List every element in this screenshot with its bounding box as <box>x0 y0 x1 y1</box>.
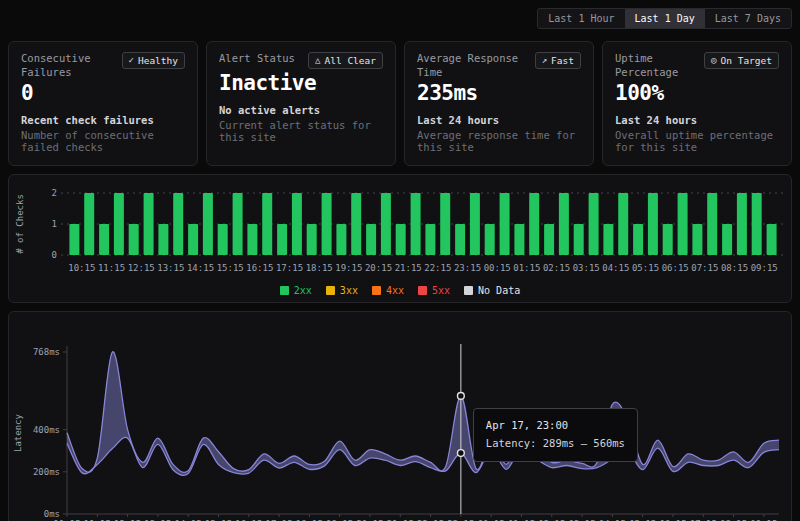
card-title: Average Response Time <box>417 52 531 79</box>
x-tick-label: 06:15 <box>662 263 689 273</box>
minmax-band[interactable] <box>67 352 779 476</box>
x-tick-label: 21:15 <box>395 263 422 273</box>
check-bar[interactable] <box>529 193 539 255</box>
check-bar[interactable] <box>411 193 421 255</box>
check-bar[interactable] <box>322 193 332 255</box>
check-bar[interactable] <box>767 224 777 255</box>
dashboard: Last 1 HourLast 1 DayLast 7 Days Consecu… <box>0 0 800 521</box>
card-consecutive-failures: Consecutive Failures ✓ Healthy 0 Recent … <box>8 41 198 166</box>
check-bar[interactable] <box>129 224 139 255</box>
check-bar[interactable] <box>99 224 109 255</box>
legend-label: 5xx <box>432 285 450 296</box>
x-tick-label: 04:15 <box>602 263 629 273</box>
check-bar[interactable] <box>203 193 213 255</box>
check-bar[interactable] <box>574 224 584 255</box>
check-bar[interactable] <box>500 193 510 255</box>
range-button-last-1-day[interactable]: Last 1 Day <box>625 9 705 28</box>
card-value: 235ms <box>417 81 581 105</box>
check-bar[interactable] <box>84 193 94 255</box>
check-bar[interactable] <box>158 224 168 255</box>
check-bar[interactable] <box>69 224 79 255</box>
latency-chart-svg[interactable]: 0ms200ms400ms768msLatency10:1511:1512:15… <box>9 318 791 521</box>
x-tick-label: 07:15 <box>691 263 718 273</box>
latency-chart[interactable]: 0ms200ms400ms768msLatency10:1511:1512:15… <box>9 318 791 521</box>
check-bar[interactable] <box>618 193 628 255</box>
check-bar[interactable] <box>218 224 228 255</box>
range-button-last-7-days[interactable]: Last 7 Days <box>705 9 791 28</box>
legend-item-4xx[interactable]: 4xx <box>372 285 404 296</box>
check-bar[interactable] <box>381 193 391 255</box>
bell-icon: △ <box>315 56 320 65</box>
check-bar[interactable] <box>455 224 465 255</box>
stat-cards-row: Consecutive Failures ✓ Healthy 0 Recent … <box>8 41 792 166</box>
topbar: Last 1 HourLast 1 DayLast 7 Days <box>8 8 792 29</box>
check-bar[interactable] <box>366 224 376 255</box>
check-bar[interactable] <box>603 224 613 255</box>
max-line[interactable] <box>67 352 779 473</box>
x-tick-label: 12:15 <box>128 263 155 273</box>
x-tick-label: 20:15 <box>365 263 392 273</box>
check-bar[interactable] <box>707 193 717 255</box>
status-badge: ↗ Fast <box>535 52 581 69</box>
check-bar[interactable] <box>544 224 554 255</box>
checks-bar-chart[interactable]: 012# of Checks10:1511:1512:1513:1514:151… <box>9 181 791 283</box>
check-bar[interactable] <box>233 193 243 255</box>
check-bar[interactable] <box>144 193 154 255</box>
legend-swatch <box>464 286 473 295</box>
y-tick-label: 0 <box>52 250 57 260</box>
legend-item-2xx[interactable]: 2xx <box>280 285 312 296</box>
check-bar[interactable] <box>633 224 643 255</box>
check-bar[interactable] <box>559 193 569 255</box>
check-bar[interactable] <box>663 224 673 255</box>
check-bar[interactable] <box>737 193 747 255</box>
check-bar[interactable] <box>292 193 302 255</box>
check-bar[interactable] <box>470 193 480 255</box>
check-bar[interactable] <box>514 224 524 255</box>
legend-item-5xx[interactable]: 5xx <box>418 285 450 296</box>
card-title: Uptime Percentage <box>615 52 700 79</box>
check-bar[interactable] <box>678 193 688 255</box>
check-bar[interactable] <box>336 224 346 255</box>
check-bar[interactable] <box>440 193 450 255</box>
check-bar[interactable] <box>351 193 361 255</box>
check-bar[interactable] <box>692 224 702 255</box>
check-bar[interactable] <box>188 224 198 255</box>
check-bar[interactable] <box>752 193 762 255</box>
check-bar[interactable] <box>425 224 435 255</box>
check-bar[interactable] <box>307 224 317 255</box>
legend-item-no-data[interactable]: No Data <box>464 285 520 296</box>
x-tick-label: 17:15 <box>276 263 303 273</box>
check-bar[interactable] <box>648 193 658 255</box>
check-bar[interactable] <box>589 193 599 255</box>
checks-bar-chart-svg[interactable]: 012# of Checks10:1511:1512:1513:1514:151… <box>9 181 791 279</box>
check-bar[interactable] <box>396 224 406 255</box>
check-bar[interactable] <box>247 224 257 255</box>
x-tick-label: 15:15 <box>217 263 244 273</box>
check-bar[interactable] <box>262 193 272 255</box>
status-badge: ◎ On Target <box>704 52 779 69</box>
trend-up-icon: ↗ <box>542 56 547 65</box>
x-tick-label: 19:15 <box>335 263 362 273</box>
legend-swatch <box>418 286 427 295</box>
x-tick-label: 00:15 <box>484 263 511 273</box>
y-tick-label: 2 <box>52 188 57 198</box>
card-title: Alert Status <box>219 52 295 66</box>
x-tick-label: 22:15 <box>424 263 451 273</box>
bar-chart-legend: 2xx3xx4xx5xxNo Data <box>9 285 791 298</box>
check-bar[interactable] <box>485 224 495 255</box>
card-description: Overall uptime percentage for this site <box>615 129 779 153</box>
time-range-group: Last 1 HourLast 1 DayLast 7 Days <box>537 8 792 29</box>
x-tick-label: 14:15 <box>187 263 214 273</box>
legend-item-3xx[interactable]: 3xx <box>326 285 358 296</box>
card-title: Consecutive Failures <box>21 52 118 79</box>
card-subtitle: Last 24 hours <box>417 114 581 126</box>
check-bar[interactable] <box>114 193 124 255</box>
check-bar[interactable] <box>722 224 732 255</box>
badge-label: Healthy <box>138 55 178 66</box>
check-bar[interactable] <box>173 193 183 255</box>
y-tick-label: 200ms <box>33 467 60 477</box>
badge-label: Fast <box>551 55 574 66</box>
check-circle-icon: ✓ <box>129 56 134 65</box>
range-button-last-1-hour[interactable]: Last 1 Hour <box>538 9 624 28</box>
check-bar[interactable] <box>277 224 287 255</box>
